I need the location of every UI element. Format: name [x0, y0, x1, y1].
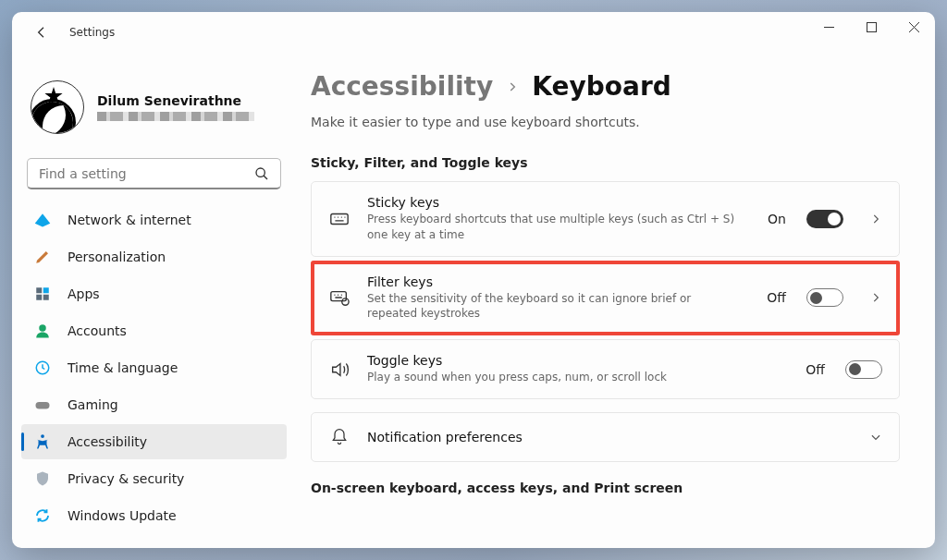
- system-buttons: [807, 12, 935, 42]
- nav-accounts[interactable]: Accounts: [21, 313, 287, 348]
- section-sticky-title: Sticky, Filter, and Toggle keys: [311, 155, 900, 170]
- filter-keys-title: Filter keys: [367, 274, 750, 289]
- sticky-keys-desc: Press keyboard shortcuts that use multip…: [367, 212, 737, 243]
- toggle-keys-desc: Play a sound when you press caps, num, o…: [367, 370, 737, 385]
- svg-rect-3: [43, 287, 49, 293]
- nav-time[interactable]: Time & language: [21, 350, 287, 385]
- bell-icon: [328, 426, 351, 448]
- notification-preferences-row[interactable]: Notification preferences: [311, 412, 900, 462]
- page-subtitle: Make it easier to type and use keyboard …: [311, 115, 900, 129]
- svg-point-9: [41, 434, 44, 438]
- profile-email-redacted: [97, 112, 254, 121]
- filter-keys-row[interactable]: Filter keys Set the sensitivity of the k…: [311, 261, 900, 336]
- nav-label: Accounts: [68, 323, 127, 338]
- nav-label: Windows Update: [68, 508, 177, 523]
- sticky-keys-title: Sticky keys: [367, 195, 751, 210]
- shield-icon: [34, 470, 51, 487]
- nav-label: Gaming: [68, 397, 118, 412]
- sticky-keys-row[interactable]: Sticky keys Press keyboard shortcuts tha…: [311, 181, 900, 257]
- accessibility-icon: [34, 433, 51, 450]
- back-button[interactable]: [31, 21, 53, 43]
- breadcrumb-current: Keyboard: [532, 71, 670, 102]
- chevron-right-icon[interactable]: [869, 213, 882, 225]
- nav-update[interactable]: Windows Update: [21, 498, 287, 533]
- sticky-keys-state: On: [768, 212, 786, 226]
- nav-label: Privacy & security: [68, 471, 184, 486]
- filter-keys-toggle[interactable]: [806, 288, 843, 307]
- chevron-right-icon[interactable]: [869, 291, 882, 304]
- nav-label: Accessibility: [68, 434, 147, 449]
- profile-name: Dilum Senevirathne: [97, 93, 254, 108]
- svg-point-6: [39, 324, 46, 332]
- svg-rect-11: [331, 292, 347, 301]
- toggle-keys-row[interactable]: Toggle keys Play a sound when you press …: [311, 339, 900, 399]
- notification-preferences-title: Notification preferences: [367, 430, 843, 444]
- nav-gaming[interactable]: Gaming: [21, 387, 287, 422]
- section-onscreen-title: On-screen keyboard, access keys, and Pri…: [311, 481, 900, 495]
- minimize-button[interactable]: [807, 12, 850, 42]
- app-title: Settings: [69, 26, 115, 39]
- brush-icon: [34, 249, 51, 265]
- filter-keys-state: Off: [767, 290, 786, 305]
- person-icon: [34, 323, 51, 339]
- avatar: [31, 80, 84, 134]
- nav-label: Time & language: [68, 360, 178, 375]
- maximize-button[interactable]: [850, 12, 892, 42]
- toggle-keys-state: Off: [806, 362, 825, 377]
- svg-rect-4: [36, 295, 42, 300]
- nav-apps[interactable]: Apps: [21, 276, 287, 311]
- svg-point-12: [342, 298, 349, 305]
- sound-icon: [328, 359, 351, 381]
- settings-window: Settings Dilum Senevirathne Network & in…: [12, 12, 935, 548]
- nav-privacy[interactable]: Privacy & security: [21, 461, 287, 496]
- keyboard-icon: [328, 208, 351, 230]
- nav-personalization[interactable]: Personalization: [21, 239, 287, 274]
- gamepad-icon: [34, 396, 51, 413]
- breadcrumb: Accessibility Keyboard: [311, 71, 900, 102]
- chevron-down-icon[interactable]: [869, 431, 882, 444]
- apps-icon: [34, 286, 51, 302]
- svg-rect-5: [43, 295, 49, 300]
- svg-point-1: [256, 168, 264, 177]
- nav-accessibility[interactable]: Accessibility: [21, 424, 287, 459]
- svg-rect-2: [36, 287, 42, 293]
- update-icon: [34, 507, 51, 524]
- search-input[interactable]: [39, 166, 254, 181]
- filter-keys-desc: Set the sensitivity of the keyboard so i…: [367, 291, 737, 323]
- toggle-keys-toggle[interactable]: [845, 360, 882, 379]
- toggle-keys-title: Toggle keys: [367, 353, 789, 368]
- svg-rect-10: [331, 213, 348, 224]
- sidebar: Dilum Senevirathne Network & internet Pe…: [12, 53, 296, 548]
- clock-icon: [34, 359, 51, 376]
- search-box[interactable]: [27, 158, 281, 189]
- close-button[interactable]: [892, 12, 935, 42]
- breadcrumb-parent[interactable]: Accessibility: [311, 71, 493, 102]
- nav-label: Apps: [68, 286, 100, 301]
- main-content[interactable]: Accessibility Keyboard Make it easier to…: [296, 53, 935, 548]
- wifi-icon: [34, 212, 51, 228]
- nav-network[interactable]: Network & internet: [21, 202, 287, 237]
- sticky-keys-toggle[interactable]: [806, 210, 843, 228]
- profile-block[interactable]: Dilum Senevirathne: [21, 53, 287, 151]
- chevron-right-icon: [506, 80, 519, 93]
- svg-rect-8: [36, 402, 50, 409]
- search-icon: [254, 166, 269, 181]
- titlebar: Settings: [12, 12, 935, 53]
- nav-label: Network & internet: [68, 213, 191, 227]
- nav-label: Personalization: [68, 250, 166, 264]
- svg-rect-0: [867, 22, 876, 31]
- nav-list: Network & internet Personalization Apps …: [21, 202, 287, 533]
- keyboard-filter-icon: [328, 286, 351, 309]
